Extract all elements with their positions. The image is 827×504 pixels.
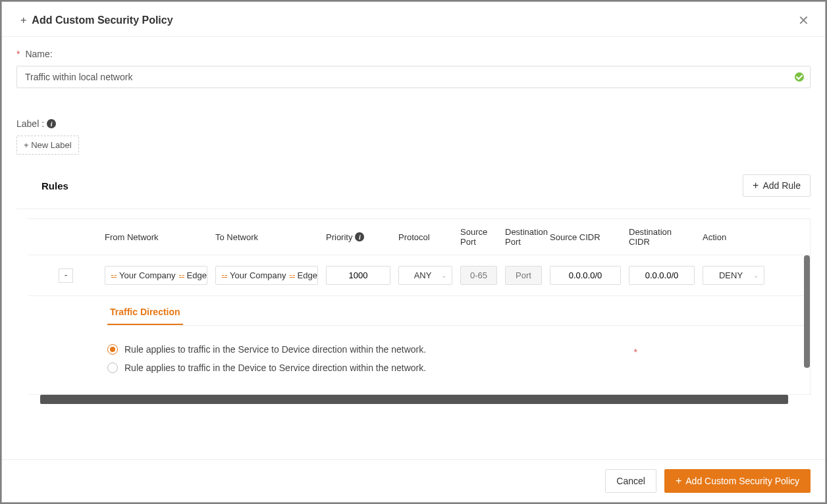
rules-title: Rules [41, 180, 68, 191]
modal-body: * Name: Label : + New Label Rules + Add … [2, 37, 825, 443]
plus-icon [20, 14, 28, 26]
plus-icon: + [753, 180, 759, 191]
col-action: Action [699, 232, 768, 242]
col-protocol: Protocol [394, 232, 456, 242]
label-label: Label : [16, 118, 811, 129]
radio-service-to-device[interactable] [107, 344, 118, 355]
close-icon[interactable]: ✕ [798, 14, 809, 27]
info-icon[interactable] [47, 119, 56, 128]
to-network-select[interactable]: ⚍ Your Company ⚍ Edge [215, 266, 318, 285]
radio-label: Rule applies to traffic in the Device to… [124, 363, 426, 373]
info-icon[interactable] [355, 232, 364, 241]
col-priority: Priority [322, 232, 394, 242]
protocol-select[interactable]: ANY ⌄ [398, 266, 452, 285]
name-label: * Name: [16, 49, 811, 59]
rules-table: From Network To Network Priority Protoco… [16, 209, 811, 404]
vertical-scrollbar[interactable] [804, 255, 810, 368]
from-network-select[interactable]: ⚍ Your Company ⚍ Edge [105, 266, 207, 285]
col-destination-cidr: Destination CIDR [625, 227, 699, 247]
priority-input[interactable] [326, 266, 390, 285]
name-input[interactable] [16, 66, 811, 88]
hierarchy-icon: ⚍ [178, 271, 184, 280]
hierarchy-icon: ⚍ [111, 271, 117, 280]
chevron-down-icon: ⌄ [753, 272, 759, 279]
col-destination-port: Destination Port [501, 227, 546, 247]
hierarchy-icon: ⚍ [221, 271, 227, 280]
submit-button[interactable]: + Add Custom Security Policy [664, 469, 811, 493]
cancel-button[interactable]: Cancel [605, 469, 656, 493]
radio-device-to-service[interactable] [107, 363, 118, 373]
action-select[interactable]: DENY ⌄ [703, 266, 764, 285]
horizontal-scrollbar[interactable] [40, 395, 788, 404]
table-header-row: From Network To Network Priority Protoco… [28, 219, 810, 255]
collapse-toggle[interactable]: - [59, 268, 73, 283]
add-rule-button[interactable]: + Add Rule [743, 174, 811, 197]
radio-label: Rule applies to traffic in the Service t… [124, 344, 426, 355]
valid-check-icon [795, 72, 804, 82]
table-row: - ⚍ Your Company ⚍ Edge ⚍ Your Co [28, 255, 810, 295]
col-from-network: From Network [101, 232, 211, 242]
destination-port-input [505, 266, 542, 285]
plus-icon: + [676, 475, 681, 487]
modal-add-security-policy: Add Custom Security Policy ✕ * Name: Lab… [1, 1, 826, 503]
col-source-port: Source Port [456, 227, 501, 247]
tab-traffic-direction[interactable]: Traffic Direction [107, 296, 183, 326]
source-cidr-input[interactable] [550, 266, 621, 285]
modal-title: Add Custom Security Policy [32, 14, 173, 26]
modal-footer: Cancel + Add Custom Security Policy [2, 459, 825, 502]
modal-header: Add Custom Security Policy ✕ [2, 2, 825, 37]
required-asterisk: * [634, 347, 637, 357]
required-asterisk: * [16, 49, 20, 59]
destination-cidr-input[interactable] [629, 266, 695, 285]
rules-header: Rules + Add Rule [16, 166, 811, 205]
col-to-network: To Network [211, 232, 322, 242]
hierarchy-icon: ⚍ [289, 271, 295, 280]
rule-detail-panel: Traffic Direction Rule applies to traffi… [28, 295, 810, 394]
new-label-button[interactable]: + New Label [16, 136, 79, 155]
col-source-cidr: Source CIDR [546, 232, 625, 242]
source-port-input [460, 266, 497, 285]
chevron-down-icon: ⌄ [441, 272, 446, 279]
